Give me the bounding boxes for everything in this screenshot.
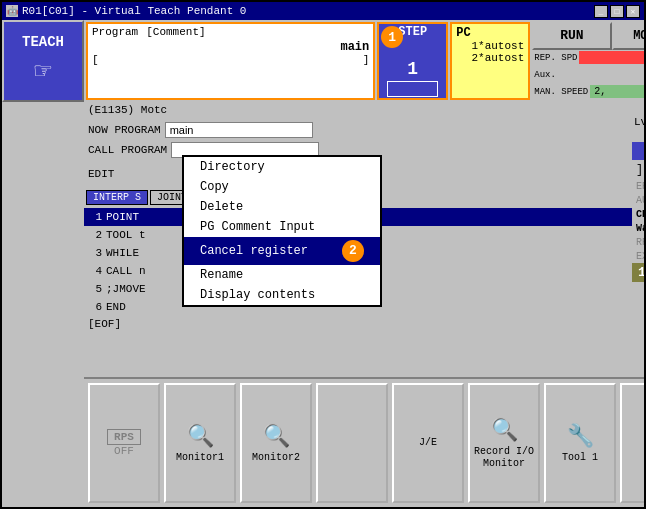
error-header-row: (E1135) Motc [84, 102, 632, 118]
monitor1-icon: 🔍 [187, 423, 214, 450]
step-value: 1 [407, 59, 418, 79]
lv2-label: Lv2 [634, 116, 644, 128]
pc-values: 1*autost 2*autost [471, 40, 524, 64]
rps-off-label: OFF [114, 445, 134, 457]
rep-spd-label: REP. SPD [534, 53, 577, 63]
top-toolbar: Program [Comment] main [ ] 1 STEP 1 [84, 20, 644, 102]
joint-robot-row: Lv2 JOINT 🤖 [632, 102, 644, 142]
bottom-toolbar: RPS OFF 🔍 Monitor1 🔍 Monitor2 J/E [84, 377, 644, 507]
line-num-3: 3 [86, 247, 102, 259]
man-speed-bar: 2, [590, 85, 644, 98]
title-controls: _ □ ✕ [594, 5, 640, 18]
pc-value2: 2*autost [471, 52, 524, 64]
pc-value1: 1*autost [471, 40, 524, 52]
input-field-row: ][ [632, 160, 644, 180]
menu-item-directory[interactable]: Directory [184, 157, 380, 177]
record-io-button[interactable]: 🔍 Record I/O Monitor [468, 383, 540, 503]
line-num-1: 1 [86, 211, 102, 223]
time-display: 13:00 [632, 263, 644, 282]
tool1-label: Tool 1 [562, 452, 598, 464]
input-bar: INPUT [632, 142, 644, 160]
aux-row: Aux. [532, 66, 644, 83]
line-text-1: POINT [106, 211, 139, 223]
line-text-3: WHILE [106, 247, 139, 259]
now-program-input[interactable] [165, 122, 313, 138]
right-btns-area: RUN MOTOR CYCLE REP. SPD 100% Aux. MAN. … [532, 22, 644, 100]
man-speed-label: MAN. SPEED [534, 87, 588, 97]
right-col: Lv2 JOINT 🤖 INPUT ][ [632, 102, 644, 377]
empty-slot-2 [620, 383, 644, 503]
main-content: TEACH ☞ Program [Comment] main [ [2, 20, 644, 507]
minimize-btn[interactable]: _ [594, 5, 608, 18]
line-num-6: 6 [86, 301, 102, 313]
left-sidebar: TEACH ☞ [2, 20, 84, 507]
line-text-2: TOOL t [106, 229, 146, 241]
center-area: Program [Comment] main [ ] 1 STEP 1 [84, 20, 644, 507]
title-bar: 🤖 R01[C01] - Virtual Teach Pendant 0 _ □… [2, 2, 644, 20]
main-window: 🤖 R01[C01] - Virtual Teach Pendant 0 _ □… [0, 0, 646, 509]
interp-tab[interactable]: INTERP S [86, 190, 148, 205]
step-box: 1 STEP 1 [377, 22, 448, 100]
rps-button[interactable]: RPS OFF [88, 383, 160, 503]
menu-item-copy[interactable]: Copy [184, 177, 380, 197]
line-text-4: CALL n [106, 265, 146, 277]
step-inner-box [387, 81, 438, 97]
waiting-status: Waiting [632, 222, 644, 235]
monitor2-button[interactable]: 🔍 Monitor2 [240, 383, 312, 503]
monitor1-label: Monitor1 [176, 452, 224, 464]
run-button[interactable]: RUN [532, 22, 611, 50]
program-header-label: Program [92, 26, 138, 38]
edit-label: EDIT [88, 168, 128, 180]
status-indicators: ERROR AUTO CHK once Waiting RPS OFF EXT.… [632, 180, 644, 263]
step-circle-1: 1 [381, 26, 403, 48]
empty-slot-1 [316, 383, 388, 503]
tool1-icon: 🔧 [567, 423, 594, 450]
record-io-icon: 🔍 [491, 417, 518, 444]
monitor1-button[interactable]: 🔍 Monitor1 [164, 383, 236, 503]
auto-status: AUTO [632, 194, 644, 207]
menu-item-cancel-register[interactable]: Cancel register 2 [184, 237, 380, 265]
error-status: ERROR [632, 180, 644, 193]
program-header: Program [Comment] [92, 26, 369, 38]
chk-once-status: CHK once [632, 208, 644, 221]
teach-hand-icon: ☞ [35, 54, 52, 88]
menu-item-rename[interactable]: Rename [184, 265, 380, 285]
title-bar-left: 🤖 R01[C01] - Virtual Teach Pendant 0 [6, 5, 246, 17]
program-bracket: [ ] [92, 54, 369, 66]
monitor2-icon: 🔍 [263, 423, 290, 450]
monitor2-label: Monitor2 [252, 452, 300, 464]
rps-label: RPS [107, 429, 141, 445]
ext-hold-status: EXT. HOLD [632, 250, 644, 263]
menu-item-delete[interactable]: Delete [184, 197, 380, 217]
eof-line: [EOF] [84, 316, 632, 332]
menu-item-pg-comment[interactable]: PG Comment Input [184, 217, 380, 237]
error-title: (E1135) Motc [88, 104, 167, 116]
teach-label: TEACH [22, 34, 64, 50]
run-motor-cycle-row: RUN MOTOR CYCLE [532, 22, 644, 50]
record-io-label: Record I/O Monitor [470, 446, 538, 470]
rps-off-status: RPS OFF [632, 236, 644, 249]
comment-header-label: [Comment] [146, 26, 205, 38]
line-num-2: 2 [86, 229, 102, 241]
motor-button[interactable]: MOTOR [612, 22, 644, 50]
now-program-row: NOW PROGRAM [88, 120, 628, 140]
line-text-6: END [106, 301, 126, 313]
line-num-4: 4 [86, 265, 102, 277]
program-value: main [92, 40, 369, 54]
tool1-button[interactable]: 🔧 Tool 1 [544, 383, 616, 503]
menu-circle-2: 2 [342, 240, 364, 262]
context-menu[interactable]: Directory Copy Delete PG Comment Input C… [182, 155, 382, 307]
line-text-5: ;JMOVE [106, 283, 146, 295]
menu-item-display-contents[interactable]: Display contents [184, 285, 380, 305]
pc-box: PC 1*autost 2*autost [450, 22, 530, 100]
je-button[interactable]: J/E [392, 383, 464, 503]
pc-label: PC [456, 26, 470, 40]
input-bracket-open: ][ [636, 163, 644, 177]
teach-button[interactable]: TEACH ☞ [2, 20, 84, 102]
spd-bar: 100% [579, 51, 644, 64]
close-btn[interactable]: ✕ [626, 5, 640, 18]
aux-label: Aux. [534, 70, 556, 80]
je-label: J/E [419, 437, 437, 449]
maximize-btn[interactable]: □ [610, 5, 624, 18]
rep-spd-row: REP. SPD 100% [532, 50, 644, 67]
